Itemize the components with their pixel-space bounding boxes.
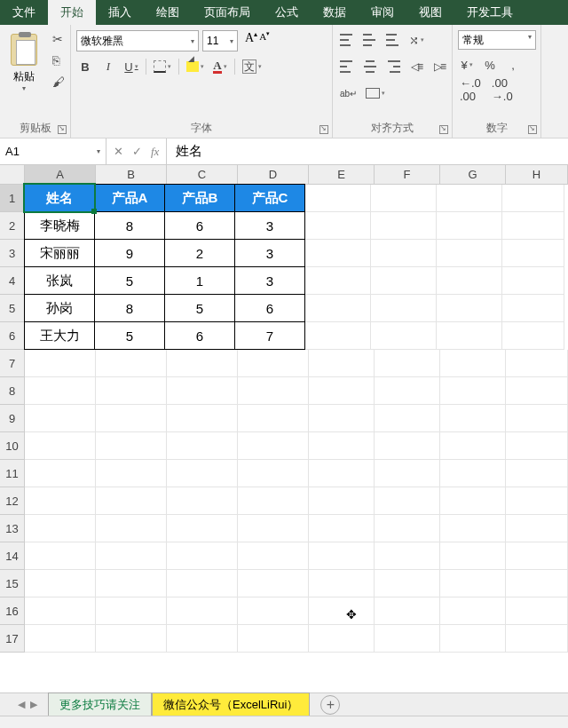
cell[interactable] [437, 212, 502, 240]
merge-button[interactable] [364, 83, 387, 103]
cell[interactable] [506, 350, 568, 377]
cell[interactable] [309, 405, 375, 432]
bold-button[interactable]: B [76, 57, 94, 76]
cell[interactable] [96, 487, 167, 515]
align-dialog-launcher[interactable] [439, 125, 448, 134]
cell[interactable] [96, 405, 167, 432]
decrease-indent-button[interactable]: ◁≡ [407, 57, 425, 76]
border-button[interactable] [152, 57, 173, 76]
cell[interactable] [309, 350, 375, 377]
cell[interactable] [506, 432, 568, 460]
row-header-6[interactable]: 6 [0, 322, 24, 350]
percent-button[interactable]: % [481, 55, 499, 75]
cell[interactable] [25, 432, 96, 460]
cell[interactable]: 产品A [94, 184, 165, 212]
col-header-h[interactable]: H [506, 165, 568, 184]
row-header-12[interactable]: 12 [0, 487, 24, 515]
cell[interactable] [371, 185, 437, 212]
cell[interactable] [375, 405, 440, 432]
cell[interactable] [502, 212, 564, 240]
cell[interactable] [309, 515, 375, 542]
cell[interactable] [437, 322, 502, 350]
cell[interactable] [309, 432, 375, 460]
decrease-font-icon[interactable]: A▾ [259, 30, 270, 51]
cell[interactable] [309, 597, 375, 625]
align-top-button[interactable] [338, 30, 356, 50]
number-dialog-launcher[interactable] [528, 125, 537, 134]
col-header-c[interactable]: C [167, 165, 238, 184]
cell[interactable] [440, 625, 506, 653]
cell[interactable]: 8 [94, 294, 165, 322]
align-right-button[interactable] [384, 57, 402, 76]
col-header-a[interactable]: A [25, 165, 96, 184]
cell[interactable] [440, 460, 506, 487]
format-painter-icon[interactable]: 🖌 [52, 75, 65, 89]
tab-developer[interactable]: 开发工具 [454, 0, 525, 25]
cell[interactable] [167, 597, 238, 625]
cells-area[interactable]: 姓名产品A产品B产品C李晓梅863宋丽丽923张岚513孙岗856王大力567 [25, 185, 568, 653]
align-center-button[interactable] [361, 57, 379, 76]
row-header-14[interactable]: 14 [0, 542, 24, 570]
cell[interactable] [25, 350, 96, 377]
cell[interactable] [25, 515, 96, 542]
cell[interactable]: 3 [234, 239, 305, 267]
font-color-button[interactable]: A [211, 57, 229, 76]
align-middle-button[interactable] [361, 30, 379, 50]
align-left-button[interactable] [338, 57, 356, 76]
tab-view[interactable]: 视图 [406, 0, 454, 25]
cell[interactable]: 3 [234, 266, 305, 295]
cell[interactable]: 5 [94, 321, 165, 350]
cell[interactable]: 2 [164, 239, 235, 267]
cell[interactable] [25, 377, 96, 405]
cell[interactable]: 9 [94, 239, 165, 267]
cell[interactable] [506, 625, 568, 653]
row-header-1[interactable]: 1 [0, 185, 24, 212]
decrease-decimal-button[interactable]: .00→.0 [490, 80, 515, 99]
paste-button[interactable]: 粘贴 ▾ [5, 34, 43, 92]
increase-indent-button[interactable]: ▷≡ [430, 57, 448, 76]
increase-decimal-button[interactable]: ←.0.00 [458, 80, 483, 99]
cell[interactable] [238, 487, 309, 515]
row-header-8[interactable]: 8 [0, 377, 24, 405]
cell[interactable]: 3 [234, 211, 305, 240]
cell[interactable] [96, 350, 167, 377]
name-box[interactable]: A1▾ [0, 138, 106, 164]
cell[interactable]: 张岚 [24, 266, 95, 295]
cell[interactable] [440, 405, 506, 432]
cell[interactable] [506, 597, 568, 625]
formula-input[interactable]: 姓名 [167, 138, 568, 164]
tab-nav-next-icon[interactable]: ▶ [30, 699, 37, 710]
comma-button[interactable]: , [504, 55, 522, 75]
cell[interactable] [440, 377, 506, 405]
cell[interactable] [238, 515, 309, 542]
cell[interactable] [305, 240, 371, 267]
cell[interactable] [96, 570, 167, 597]
cell[interactable] [167, 515, 238, 542]
tab-review[interactable]: 审阅 [359, 0, 406, 25]
cell[interactable] [375, 377, 440, 405]
cell[interactable] [506, 405, 568, 432]
cell[interactable] [96, 597, 167, 625]
cell[interactable] [375, 350, 440, 377]
cell[interactable] [238, 350, 309, 377]
cell[interactable] [305, 295, 371, 322]
cell[interactable] [371, 240, 437, 267]
cell[interactable]: 5 [164, 294, 235, 322]
cell[interactable] [96, 625, 167, 653]
cell[interactable] [305, 322, 371, 350]
cell[interactable] [238, 405, 309, 432]
cell[interactable] [375, 570, 440, 597]
cell[interactable] [502, 240, 564, 267]
cell[interactable]: 5 [94, 266, 165, 295]
cell[interactable] [440, 597, 506, 625]
row-header-15[interactable]: 15 [0, 570, 24, 597]
italic-button[interactable]: I [99, 57, 117, 76]
cell[interactable] [238, 625, 309, 653]
clipboard-dialog-launcher[interactable] [58, 125, 67, 134]
cell[interactable]: 李晓梅 [24, 211, 95, 240]
wrap-text-button[interactable]: ab↵ [338, 83, 359, 103]
row-header-9[interactable]: 9 [0, 405, 24, 432]
cell[interactable] [167, 542, 238, 570]
cell[interactable] [502, 185, 564, 212]
cell[interactable] [167, 625, 238, 653]
